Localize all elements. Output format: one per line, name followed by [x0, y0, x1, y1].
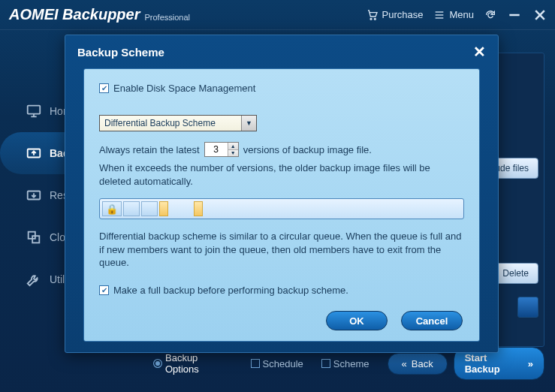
cancel-label: Cancel	[416, 315, 448, 327]
clone-icon	[26, 229, 42, 246]
schedule-label: Schedule	[263, 358, 303, 369]
queue-gap	[170, 201, 192, 216]
add-files-label: ude files	[495, 163, 529, 173]
menu-icon	[433, 9, 445, 21]
menu-label: Menu	[449, 9, 474, 20]
options-label: Backup Options	[165, 352, 233, 375]
app-window: AOMEI Backupper Professional Purchase Me…	[0, 0, 555, 392]
chevron-down-icon: ▼	[241, 116, 256, 131]
scheme-select[interactable]: Differential Backup Scheme ▼	[99, 115, 257, 131]
titlebar: AOMEI Backupper Professional Purchase Me…	[0, 0, 555, 30]
retain-row: Always retain the latest ▲ ▼ versions of…	[99, 142, 464, 157]
cart-icon	[366, 9, 379, 21]
queue-illustration: 🔒	[99, 198, 464, 219]
full-backup-checkbox[interactable]: Make a full backup before performing bac…	[99, 285, 464, 296]
full-backup-label: Make a full backup before performing bac…	[113, 285, 348, 296]
checkbox-icon	[321, 359, 330, 368]
scheme-selected-value: Differential Backup Scheme	[104, 118, 216, 128]
monitor-icon	[26, 103, 42, 119]
app-logo-text: AOMEI Backupper	[9, 6, 140, 23]
chevron-left-icon: «	[402, 358, 407, 369]
dialog-panel: Enable Disk Space Management Differentia…	[83, 68, 480, 342]
refresh-icon[interactable]	[484, 9, 496, 21]
enable-label: Enable Disk Space Management	[113, 83, 255, 94]
back-label: Back	[412, 358, 433, 369]
svg-point-0	[370, 18, 372, 20]
minimize-icon[interactable]	[507, 9, 522, 21]
close-icon[interactable]	[532, 9, 547, 21]
app-edition: Professional	[144, 13, 190, 22]
back-button[interactable]: « Back	[388, 353, 448, 375]
queue-cell	[123, 201, 140, 216]
destination-dropdown-stub[interactable]	[517, 297, 538, 318]
retain-post: versions of backup image file.	[243, 144, 372, 155]
chevron-right-icon: »	[528, 358, 533, 369]
retain-pre: Always retain the latest	[99, 144, 200, 155]
retain-description: When it exceeds the number of versions, …	[99, 161, 464, 188]
spinner-up-icon[interactable]: ▲	[228, 143, 238, 150]
svg-point-1	[374, 18, 376, 20]
radio-on-icon	[153, 359, 162, 368]
scheme-toggle[interactable]: Scheme	[315, 355, 376, 372]
wrench-icon	[26, 271, 42, 288]
dialog-close-icon[interactable]: ✕	[473, 43, 486, 61]
ok-button[interactable]: OK	[326, 311, 388, 330]
scheme-explanation: Differential backup scheme is similar to…	[99, 230, 464, 270]
start-label: Start Backup	[465, 352, 523, 375]
lock-icon: 🔒	[102, 201, 122, 216]
checkbox-checked-icon	[99, 285, 109, 295]
restore-icon	[26, 187, 42, 204]
purchase-label: Purchase	[382, 9, 424, 20]
checkbox-checked-icon	[99, 83, 109, 93]
ok-label: OK	[349, 315, 364, 327]
dialog-title: Backup Scheme	[77, 46, 164, 59]
purchase-button[interactable]: Purchase	[366, 9, 424, 21]
spinner-down-icon[interactable]: ▼	[228, 150, 238, 157]
retain-spinner[interactable]: ▲ ▼	[204, 142, 239, 157]
enable-disk-mgmt-checkbox[interactable]: Enable Disk Space Management	[99, 83, 464, 94]
checkbox-icon	[251, 359, 260, 368]
queue-cell	[141, 201, 158, 216]
backup-scheme-dialog: Backup Scheme ✕ Enable Disk Space Manage…	[65, 35, 499, 353]
backup-icon	[26, 145, 42, 161]
retain-input[interactable]	[205, 143, 228, 156]
svg-rect-8	[28, 106, 41, 114]
cancel-button[interactable]: Cancel	[401, 311, 463, 330]
scheme-label: Scheme	[333, 358, 369, 369]
schedule-toggle[interactable]: Schedule	[245, 355, 309, 372]
menu-button[interactable]: Menu	[433, 9, 474, 21]
queue-cell-highlight	[194, 201, 203, 216]
delete-label: Delete	[502, 268, 529, 279]
queue-cell-highlight	[159, 201, 168, 216]
backup-options-toggle[interactable]: Backup Options	[147, 349, 238, 378]
